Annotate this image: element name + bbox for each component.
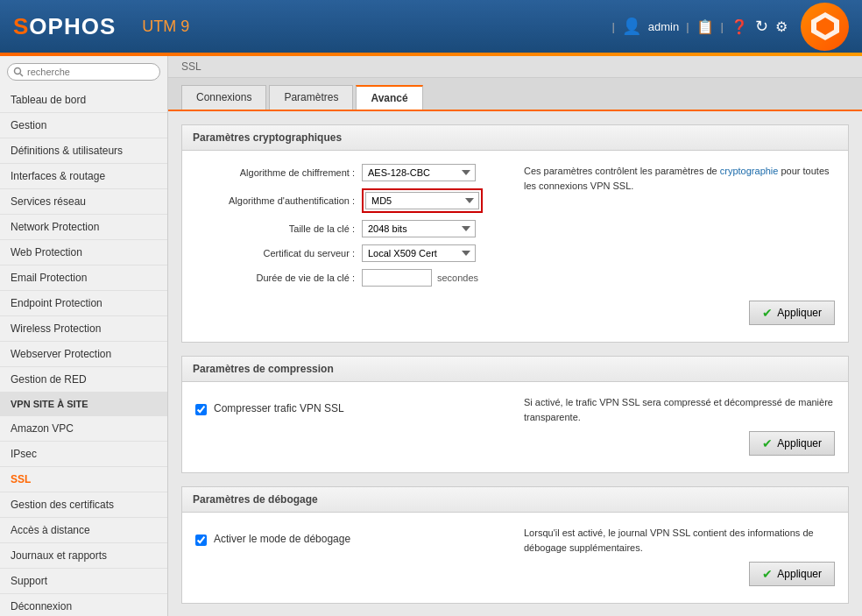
algo-auth-select[interactable]: MD5 SHA1 SHA256 [365, 192, 479, 209]
search-input[interactable] [7, 63, 160, 81]
debug-checkbox[interactable] [195, 535, 207, 546]
sidebar-item-amazon-vpc[interactable]: Amazon VPC [0, 416, 167, 442]
crypto-section-content: Algorithme de chiffrement : AES-128-CBC … [182, 151, 848, 342]
settings-icon[interactable]: ⚙ [775, 18, 788, 35]
header: SOPHOS UTM 9 | 👤 admin | 📋 | ❓ ↻ ⚙ [0, 0, 862, 53]
crypto-apply-label: Appliquer [777, 307, 822, 319]
notes-icon[interactable]: 📋 [696, 18, 714, 35]
separator2: | [686, 20, 689, 33]
tabs: Connexions Paramètres Avancé [168, 78, 862, 111]
debug-layout: Activer le mode de débogage Lorsqu'il es… [195, 526, 835, 555]
debug-checkbox-row: Activer le mode de débogage [195, 526, 506, 553]
sidebar-item-vpn-site[interactable]: VPN site à site [0, 393, 167, 416]
cert-serveur-label: Certificat du serveur : [195, 248, 362, 258]
sidebar-item-support[interactable]: Support [0, 569, 167, 594]
sidebar-item-gestion[interactable]: Gestion [0, 113, 167, 138]
algo-chiffrement-row: Algorithme de chiffrement : AES-128-CBC … [195, 164, 506, 181]
apply-check-icon: ✔ [762, 306, 773, 320]
main-content: SSL Connexions Paramètres Avancé Paramèt… [168, 56, 862, 616]
compression-apply-label: Appliquer [777, 437, 822, 450]
debug-apply-row: ✔ Appliquer [195, 555, 835, 590]
search-box [0, 56, 167, 88]
sidebar-item-journaux[interactable]: Journaux et rapports [0, 543, 167, 569]
sidebar-item-wireless-protection[interactable]: Wireless Protection [0, 316, 167, 342]
compression-section-content: Compresser trafic VPN SSL Si activé, le … [182, 382, 848, 472]
crypto-section-title: Paramètres cryptographiques [182, 125, 848, 151]
sidebar-item-deconnexion[interactable]: Déconnexion [0, 594, 167, 616]
sidebar-item-definitions[interactable]: Définitions & utilisateurs [0, 138, 167, 164]
sophos-logo-circle [801, 3, 849, 51]
crypto-apply-button[interactable]: ✔ Appliquer [749, 301, 835, 325]
content-area: Paramètres cryptographiques Algorithme d… [168, 111, 862, 616]
sidebar-item-tableau-de-bord[interactable]: Tableau de bord [0, 88, 167, 113]
sidebar-item-services-reseau[interactable]: Services réseau [0, 189, 167, 215]
compression-apply-check-icon: ✔ [762, 436, 773, 450]
breadcrumb: SSL [168, 56, 862, 78]
compression-layout: Compresser trafic VPN SSL Si activé, le … [195, 395, 835, 424]
sidebar-item-acces-distance[interactable]: Accès à distance [0, 518, 167, 543]
cert-serveur-control: Local X509 Cert [362, 244, 476, 262]
crypto-section: Paramètres cryptographiques Algorithme d… [181, 124, 849, 343]
debug-apply-label: Appliquer [777, 568, 822, 580]
sidebar-item-email-protection[interactable]: Email Protection [0, 266, 167, 291]
sidebar-item-gestion-certificats[interactable]: Gestion des certificats [0, 492, 167, 518]
sidebar-item-webserver-protection[interactable]: Webserver Protection [0, 342, 167, 367]
debug-section: Paramètres de débogage Activer le mode d… [181, 486, 849, 604]
crypto-apply-row: ✔ Appliquer [195, 294, 835, 329]
tab-parametres[interactable]: Paramètres [269, 85, 353, 110]
algo-chiffrement-select[interactable]: AES-128-CBC AES-256-CBC DES-CBC 3DES-CBC [362, 164, 476, 181]
compression-left: Compresser trafic VPN SSL [195, 395, 506, 422]
help-icon[interactable]: ❓ [731, 18, 748, 35]
algo-auth-highlight: MD5 SHA1 SHA256 [362, 188, 483, 213]
debug-checkbox-label: Activer le mode de débogage [214, 533, 350, 545]
duree-cle-control: 28800 secondes [362, 269, 478, 287]
taille-cle-row: Taille de la clé : 1024 bits 2048 bits 4… [195, 220, 506, 237]
compression-apply-button[interactable]: ✔ Appliquer [749, 431, 835, 456]
compression-section: Paramètres de compression Compresser tra… [181, 356, 849, 473]
sidebar-item-ssl[interactable]: SSL [0, 467, 167, 492]
utm-label: UTM 9 [142, 18, 189, 36]
sidebar-item-web-protection[interactable]: Web Protection [0, 240, 167, 266]
debug-section-content: Activer le mode de débogage Lorsqu'il es… [182, 513, 848, 603]
debug-description: Lorsqu'il est activé, le journal VPN SSL… [524, 526, 835, 555]
cert-serveur-select[interactable]: Local X509 Cert [362, 244, 476, 262]
sidebar-item-ipsec[interactable]: IPsec [0, 442, 167, 467]
user-icon: 👤 [622, 17, 641, 36]
duree-cle-unit: secondes [437, 273, 478, 283]
tab-avance[interactable]: Avancé [356, 85, 422, 110]
layout: Tableau de bordGestionDéfinitions & util… [0, 56, 862, 616]
debug-section-title: Paramètres de débogage [182, 487, 848, 513]
sidebar-item-gestion-red[interactable]: Gestion de RED [0, 367, 167, 393]
algo-auth-label: Algorithme d'authentification : [195, 195, 362, 206]
algo-auth-row: Algorithme d'authentification : MD5 SHA1… [195, 188, 506, 213]
compression-apply-row: ✔ Appliquer [195, 424, 835, 459]
separator3: | [721, 20, 724, 33]
sophos-logo: SOPHOS [13, 13, 116, 40]
crypto-description: Ces paramètres contrôlent les paramètres… [524, 164, 835, 294]
admin-label: admin [648, 20, 679, 33]
duree-cle-row: Durée de vie de la clé : 28800 secondes [195, 269, 506, 287]
crypto-link[interactable]: cryptographie [720, 166, 779, 176]
sidebar-items: Tableau de bordGestionDéfinitions & util… [0, 88, 167, 616]
compression-checkbox[interactable] [195, 404, 207, 415]
compression-section-title: Paramètres de compression [182, 357, 848, 382]
debug-apply-button[interactable]: ✔ Appliquer [749, 562, 835, 586]
algo-chiffrement-control: AES-128-CBC AES-256-CBC DES-CBC 3DES-CBC [362, 164, 476, 181]
header-right: | 👤 admin | 📋 | ❓ ↻ ⚙ [611, 17, 788, 36]
compression-checkbox-row: Compresser trafic VPN SSL [195, 395, 506, 422]
taille-cle-select[interactable]: 1024 bits 2048 bits 4096 bits [362, 220, 476, 237]
debug-apply-check-icon: ✔ [762, 567, 773, 581]
tab-connexions[interactable]: Connexions [181, 85, 266, 110]
compression-description: Si activé, le trafic VPN SSL sera compre… [524, 395, 835, 424]
cert-serveur-row: Certificat du serveur : Local X509 Cert [195, 244, 506, 262]
crypto-form-layout: Algorithme de chiffrement : AES-128-CBC … [195, 164, 835, 294]
refresh-icon[interactable]: ↻ [755, 17, 768, 36]
sidebar-item-interfaces[interactable]: Interfaces & routage [0, 164, 167, 189]
taille-cle-control: 1024 bits 2048 bits 4096 bits [362, 220, 476, 237]
compression-checkbox-label: Compresser trafic VPN SSL [214, 402, 344, 414]
crypto-form-fields: Algorithme de chiffrement : AES-128-CBC … [195, 164, 506, 294]
sidebar-item-network-protection[interactable]: Network Protection [0, 215, 167, 240]
sidebar-item-endpoint-protection[interactable]: Endpoint Protection [0, 291, 167, 316]
sidebar: Tableau de bordGestionDéfinitions & util… [0, 56, 168, 616]
duree-cle-input[interactable]: 28800 [362, 269, 432, 287]
